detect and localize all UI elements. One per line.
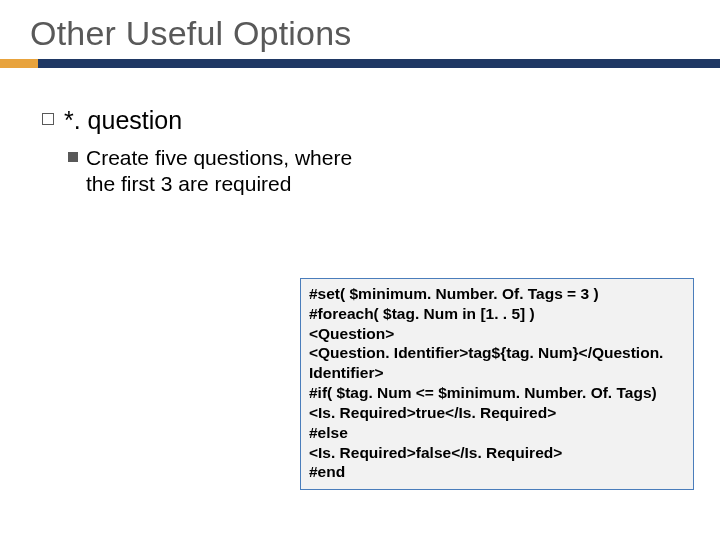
slide-title: Other Useful Options: [0, 0, 720, 59]
accent-orange-block: [0, 59, 38, 68]
code-line: #if( $tag. Num <= $minimum. Number. Of. …: [309, 383, 685, 403]
code-line: #end: [309, 462, 685, 482]
bullet2-text: Create five questions, where the first 3…: [86, 145, 368, 196]
code-line: #else: [309, 423, 685, 443]
bullet-level-2: Create five questions, where the first 3…: [68, 145, 368, 196]
code-line: <Question>: [309, 324, 685, 344]
bullet-level-1: *. question: [42, 106, 720, 135]
accent-navy-block: [38, 59, 720, 68]
content-area: *. question Create five questions, where…: [0, 68, 720, 196]
bullet2-prefix: Create: [86, 146, 155, 169]
code-line: <Is. Required>false</Is. Required>: [309, 443, 685, 463]
code-line: #set( $minimum. Number. Of. Tags = 3 ): [309, 284, 685, 304]
code-line: #foreach( $tag. Num in [1. . 5] ): [309, 304, 685, 324]
bullet1-text: *. question: [64, 106, 182, 135]
code-line: <Is. Required>true</Is. Required>: [309, 403, 685, 423]
square-filled-bullet-icon: [68, 152, 78, 162]
code-snippet-box: #set( $minimum. Number. Of. Tags = 3 ) #…: [300, 278, 694, 490]
title-underline: [0, 59, 720, 68]
square-bullet-icon: [42, 113, 54, 125]
code-line: <Question. Identifier>tag${tag. Num}</Qu…: [309, 343, 685, 383]
